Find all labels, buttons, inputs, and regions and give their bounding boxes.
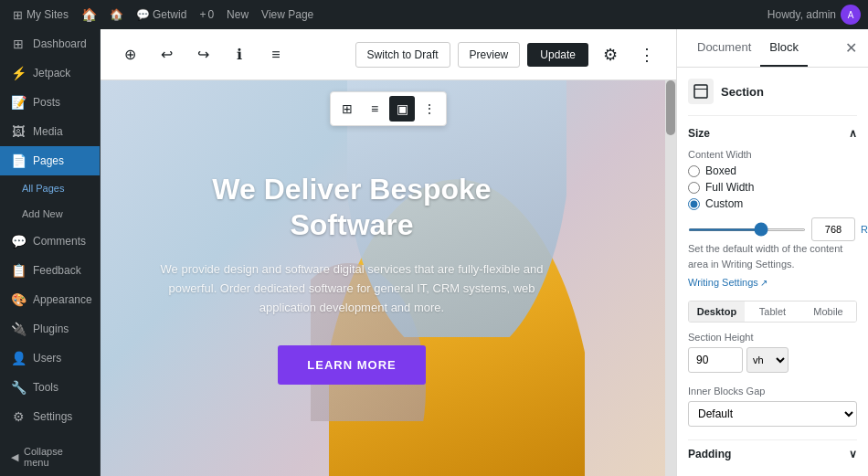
admin-bar-my-sites[interactable]: ⊞ My Sites: [7, 5, 74, 26]
collapse-menu-button[interactable]: ◀ Collapse menu: [0, 439, 100, 475]
sidebar-item-comments[interactable]: 💬 Comments: [0, 227, 100, 256]
media-icon: 🖼: [11, 124, 26, 139]
grid-view-button[interactable]: ⊞: [334, 96, 360, 122]
inner-blocks-gap-select[interactable]: Default Small Medium Large None: [688, 401, 857, 427]
reset-label: Reset: [861, 224, 868, 235]
settings-icon: ⚙: [11, 409, 26, 424]
admin-bar-getwid[interactable]: 🏠: [104, 5, 129, 25]
getwid-label: 🏠: [110, 8, 123, 21]
tools-icon: 🔧: [11, 380, 26, 395]
sidebar-item-settings[interactable]: ⚙ Settings: [0, 402, 100, 431]
howdy-label: Howdy, admin: [767, 8, 836, 21]
chevron-down-icon: ∨: [849, 448, 857, 460]
tab-document[interactable]: Document: [688, 29, 760, 67]
posts-label: Posts: [33, 96, 60, 109]
radio-boxed[interactable]: Boxed: [688, 164, 857, 177]
settings-panel-button[interactable]: ⚙: [596, 40, 625, 69]
width-number-input[interactable]: [811, 217, 855, 241]
dashboard-icon: ⊞: [11, 37, 26, 51]
comments-label: Comments: [33, 235, 86, 248]
size-section-toggle[interactable]: Size ∧: [688, 127, 857, 140]
admin-bar-view-page[interactable]: New: [221, 5, 254, 25]
canvas-area: ⊞ ≡ ▣ ⋮: [101, 80, 676, 476]
sidebar-item-media[interactable]: 🖼 Media: [0, 117, 100, 146]
sidebar-item-dashboard[interactable]: ⊞ Dashboard: [0, 29, 100, 58]
grid-icon: ⊞: [13, 8, 23, 22]
section-block-icon: [688, 79, 714, 104]
sidebar-item-feedback[interactable]: 📋 Feedback: [0, 256, 100, 285]
tab-block[interactable]: Block: [760, 29, 808, 67]
switch-draft-button[interactable]: Switch to Draft: [355, 42, 450, 68]
height-unit-select[interactable]: vh px %: [746, 347, 789, 373]
more-block-options-button[interactable]: ⋮: [417, 96, 442, 122]
close-panel-button[interactable]: ✕: [845, 29, 857, 67]
external-link-icon: ↗: [760, 278, 767, 288]
appearance-icon: 🎨: [11, 292, 26, 307]
more-options-button[interactable]: ⋮: [632, 40, 662, 69]
inner-blocks-gap-label: Inner Blocks Gap: [688, 386, 857, 397]
ellipsis-icon: ⋮: [639, 45, 655, 65]
info-icon: ℹ: [237, 46, 242, 63]
grid-icon: ⊞: [342, 101, 353, 116]
sidebar-item-all-pages[interactable]: All Pages: [0, 175, 100, 201]
row-icon: ≡: [371, 101, 378, 116]
vertical-scrollbar[interactable]: [665, 80, 676, 476]
device-tab-desktop[interactable]: Desktop: [689, 301, 745, 322]
redo-button[interactable]: ↪: [188, 40, 217, 69]
admin-bar-home[interactable]: 🏠: [76, 4, 102, 26]
editor-toolbar: ⊕ ↩ ↪ ℹ ≡ Switch to Draft Preview Updat: [101, 29, 676, 80]
writing-settings-link[interactable]: Writing Settings ↗: [688, 277, 857, 288]
list-view-button[interactable]: ≡: [261, 40, 291, 69]
admin-bar-new[interactable]: + 0: [194, 5, 219, 25]
more-icon: ⋮: [423, 101, 436, 116]
padding-section-toggle[interactable]: Padding ∨: [688, 439, 857, 468]
sidebar-item-add-new[interactable]: Add New: [0, 201, 100, 227]
sidebar-item-users[interactable]: 👤 Users: [0, 344, 100, 373]
radio-boxed-input[interactable]: [688, 165, 700, 177]
width-slider[interactable]: [688, 228, 806, 231]
radio-full-width-input[interactable]: [688, 182, 700, 194]
view-page-label: New: [227, 8, 249, 21]
height-row: vh px %: [688, 347, 857, 373]
radio-custom-input[interactable]: [688, 198, 700, 210]
my-sites-label: My Sites: [26, 8, 69, 21]
radio-custom[interactable]: Custom: [688, 197, 857, 210]
info-button[interactable]: ℹ: [225, 40, 254, 69]
hero-cta-button[interactable]: LEARN MORE: [278, 345, 425, 385]
scrollbar-thumb[interactable]: [666, 80, 675, 135]
inserter-button[interactable]: ⊕: [115, 40, 144, 69]
plugins-icon: 🔌: [11, 322, 26, 336]
sidebar-item-posts[interactable]: 📝 Posts: [0, 88, 100, 117]
preview-button[interactable]: Preview: [458, 42, 521, 68]
content-width-label: Content Width: [688, 149, 857, 160]
undo-button[interactable]: ↩: [152, 40, 181, 69]
content-width-radio-group: Boxed Full Width Custom: [688, 164, 857, 210]
column-view-button[interactable]: ▣: [389, 96, 415, 122]
jetpack-label: Jetpack: [33, 67, 70, 79]
custom-label: Custom: [705, 197, 743, 210]
admin-bar-comments[interactable]: 💬 Getwid: [131, 5, 192, 25]
sidebar-item-tools[interactable]: 🔧 Tools: [0, 373, 100, 402]
new-label: 0: [207, 8, 214, 21]
redo-icon: ↪: [197, 46, 209, 63]
device-tab-tablet[interactable]: Tablet: [745, 301, 800, 322]
sidebar-item-appearance[interactable]: 🎨 Appearance: [0, 285, 100, 314]
howdy-text[interactable]: Howdy, admin A: [767, 5, 861, 25]
sidebar-item-plugins[interactable]: 🔌 Plugins: [0, 314, 100, 344]
admin-bar-delete-cache[interactable]: View Page: [256, 5, 319, 25]
row-view-button[interactable]: ≡: [362, 96, 387, 122]
plus-icon: +: [199, 8, 206, 21]
height-input[interactable]: [688, 347, 743, 373]
sidebar-item-jetpack[interactable]: ⚡ Jetpack: [0, 58, 100, 88]
size-section: Size ∧ Content Width Boxed Full Width: [688, 127, 857, 288]
radio-full-width[interactable]: Full Width: [688, 181, 857, 194]
block-name-label: Section: [721, 85, 764, 99]
block-tab-label: Block: [769, 40, 799, 54]
update-button[interactable]: Update: [527, 43, 588, 67]
reset-button[interactable]: Reset: [861, 224, 868, 235]
device-tab-mobile[interactable]: Mobile: [800, 301, 856, 322]
feedback-icon: 📋: [11, 263, 26, 278]
feedback-label: Feedback: [33, 264, 81, 277]
sidebar-item-pages[interactable]: 📄 Pages: [0, 146, 100, 175]
panel-tabs: Document Block ✕: [677, 29, 868, 68]
